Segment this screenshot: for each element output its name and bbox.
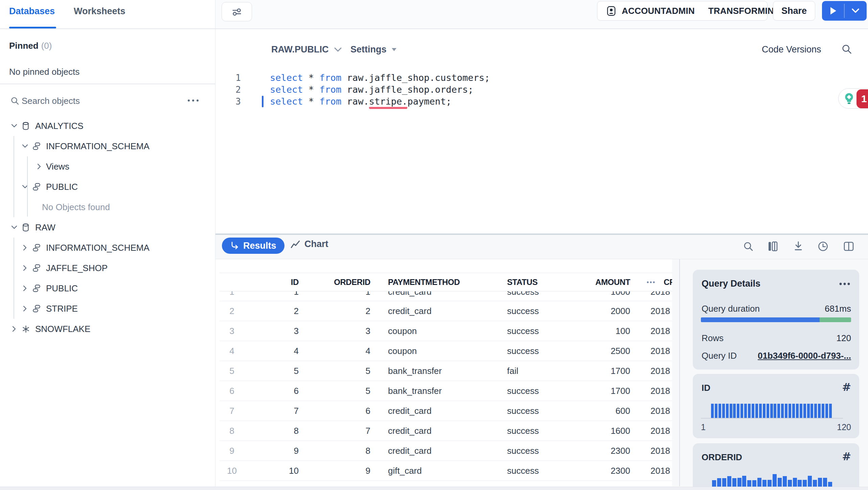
cell-id[interactable]: 4 [244, 341, 299, 361]
search-results-icon[interactable] [742, 240, 754, 252]
cell-paymentmethod[interactable]: credit_card [388, 441, 496, 461]
chevron-down-icon[interactable] [21, 142, 29, 150]
cell-id[interactable]: 3 [244, 321, 299, 341]
sidebar-more-icon[interactable] [187, 98, 200, 103]
cell-created[interactable]: 2018 [650, 291, 672, 301]
download-icon[interactable] [792, 240, 804, 252]
cell-amount[interactable]: 1700 [564, 381, 630, 401]
cell-id[interactable]: 1 [244, 291, 299, 301]
cell-created[interactable]: 2018 [650, 341, 672, 361]
column-stats-card-orderid[interactable]: ORDERID # [693, 443, 859, 490]
column-header-orderid[interactable]: ORDERID [307, 273, 370, 291]
sidebar-item-analytics[interactable]: ANALYTICS [0, 116, 215, 136]
cell-rownum[interactable]: 10 [220, 461, 244, 481]
chevron-down-icon[interactable] [21, 183, 29, 191]
query-id-link[interactable]: 01b349f6-0000-d793-... [758, 351, 851, 361]
cell-created[interactable]: 2018 [650, 381, 672, 401]
cell-orderid[interactable]: 5 [307, 361, 370, 381]
cell-rownum[interactable]: 9 [220, 441, 244, 461]
cell-rownum[interactable]: 5 [220, 361, 244, 381]
query-details-menu-icon[interactable] [839, 282, 850, 286]
settings-dropdown[interactable]: Settings [350, 44, 397, 55]
chevron-right-icon[interactable] [21, 305, 29, 313]
sidebar-item-stripe[interactable]: STRIPE [0, 298, 215, 319]
table-row[interactable]: 998credit_cardsuccess23002018 [220, 441, 672, 461]
sidebar-item-information-schema[interactable]: INFORMATION_SCHEMA [0, 238, 215, 258]
sidebar-item-public[interactable]: PUBLIC [0, 177, 215, 197]
cell-orderid[interactable]: 9 [307, 461, 370, 481]
cell-status[interactable]: success [507, 301, 561, 321]
cell-status[interactable]: success [507, 441, 561, 461]
cell-created[interactable]: 2018 [650, 441, 672, 461]
sidebar-item-raw[interactable]: RAW [0, 217, 215, 238]
cell-created[interactable]: 2018 [650, 301, 672, 321]
chevron-down-icon[interactable] [10, 122, 18, 130]
sidebar-item-snowflake[interactable]: SNOWFLAKE [0, 319, 215, 339]
cell-status[interactable]: fail [507, 361, 561, 381]
cell-id[interactable]: 2 [244, 301, 299, 321]
tab-worksheets[interactable]: Worksheets [74, 6, 125, 17]
cell-created[interactable]: 2018 [650, 321, 672, 341]
cell-orderid[interactable]: 4 [307, 341, 370, 361]
database-schema-selector[interactable]: RAW.PUBLIC [271, 44, 342, 55]
cell-status[interactable]: success [507, 461, 561, 481]
cell-status[interactable]: success [507, 341, 561, 361]
cell-status[interactable]: success [507, 421, 561, 441]
filters-button[interactable] [222, 2, 252, 21]
history-clock-icon[interactable] [817, 240, 829, 252]
table-row[interactable]: 10109gift_cardsuccess23002018 [220, 461, 672, 481]
cell-paymentmethod[interactable]: bank_transfer [388, 381, 496, 401]
sidebar-item-information-schema[interactable]: INFORMATION_SCHEMA [0, 136, 215, 156]
cell-paymentmethod[interactable]: coupon [388, 321, 496, 341]
column-header-paymentmethod[interactable]: PAYMENTMETHOD [388, 273, 496, 291]
cell-created[interactable]: 2018 [650, 421, 672, 441]
cell-created[interactable]: 2018 [650, 461, 672, 481]
columns-icon[interactable] [767, 240, 779, 252]
chevron-right-icon[interactable] [10, 325, 18, 333]
cell-paymentmethod[interactable]: coupon [388, 341, 496, 361]
chevron-right-icon[interactable] [35, 162, 43, 171]
cell-paymentmethod[interactable]: bank_transfer [388, 361, 496, 381]
cell-amount[interactable]: 2500 [564, 341, 630, 361]
editor-search-icon[interactable] [841, 43, 852, 55]
context-role-warehouse-button[interactable]: ACCOUNTADMIN TRANSFORMING [597, 1, 768, 21]
cell-paymentmethod[interactable]: credit_card [388, 421, 496, 441]
cell-id[interactable]: 6 [244, 381, 299, 401]
run-button[interactable] [822, 1, 844, 21]
cell-id[interactable]: 7 [244, 401, 299, 421]
code-line[interactable]: 2select * from raw.jaffle_shop.orders; [215, 84, 490, 95]
column-header-created[interactable]: CREATED [664, 273, 672, 291]
tab-databases[interactable]: Databases [9, 6, 55, 17]
cell-orderid[interactable]: 3 [307, 321, 370, 341]
cell-amount[interactable]: 600 [564, 401, 630, 421]
sql-editor[interactable]: 1select * from raw.jaffle_shop.customers… [215, 72, 490, 107]
cell-orderid[interactable]: 1 [307, 291, 370, 301]
cell-created[interactable]: 2018 [650, 361, 672, 381]
table-row[interactable]: 222credit_cardsuccess20002018 [220, 301, 672, 321]
run-options-button[interactable] [845, 1, 867, 21]
split-panel-icon[interactable] [843, 240, 855, 252]
cell-rownum[interactable]: 4 [220, 341, 244, 361]
cell-id[interactable]: 9 [244, 441, 299, 461]
column-header-id[interactable]: ID [244, 273, 299, 291]
table-row[interactable]: 665bank_transfersuccess17002018 [220, 381, 672, 401]
table-row[interactable]: 887credit_cardsuccess16002018 [220, 421, 672, 441]
code-versions-link[interactable]: Code Versions [762, 44, 821, 55]
cell-orderid[interactable]: 6 [307, 401, 370, 421]
cell-amount[interactable]: 2300 [564, 441, 630, 461]
chevron-right-icon[interactable] [21, 284, 29, 292]
cell-orderid[interactable]: 5 [307, 381, 370, 401]
sidebar-item-views[interactable]: Views [0, 156, 215, 177]
cell-status[interactable]: success [507, 291, 561, 301]
sidebar-item-public[interactable]: PUBLIC [0, 278, 215, 298]
column-header-status[interactable]: STATUS [507, 273, 561, 291]
code-line[interactable]: 3select * from raw.stripe.payment; [215, 95, 490, 107]
cell-rownum[interactable]: 6 [220, 381, 244, 401]
cell-orderid[interactable]: 7 [307, 421, 370, 441]
cell-orderid[interactable]: 8 [307, 441, 370, 461]
cell-paymentmethod[interactable]: credit_card [388, 301, 496, 321]
horizontal-scrollbar[interactable] [0, 487, 868, 490]
cell-rownum[interactable]: 2 [220, 301, 244, 321]
cell-amount[interactable]: 1600 [564, 421, 630, 441]
cell-paymentmethod[interactable]: credit_card [388, 401, 496, 421]
